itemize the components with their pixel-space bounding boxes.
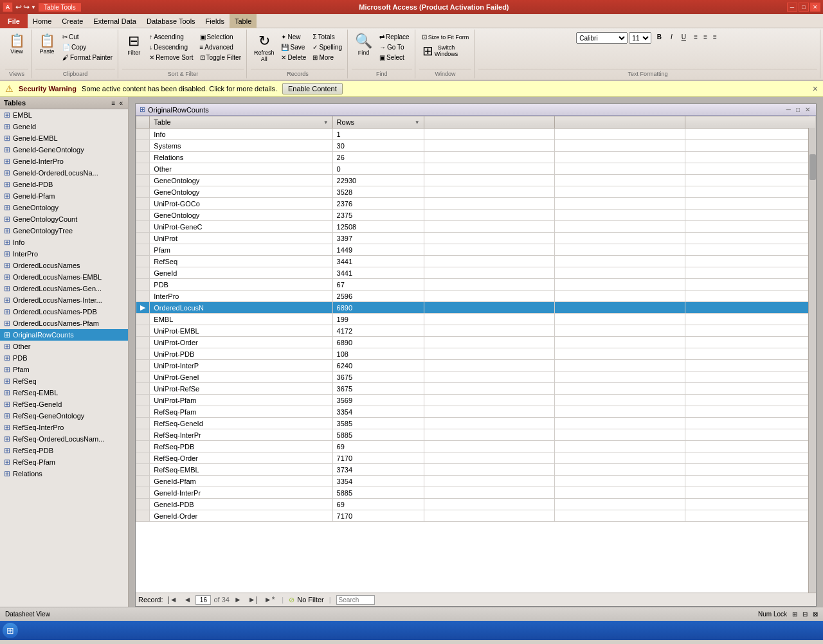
ascending-btn[interactable]: ↑ Ascending xyxy=(147,32,195,42)
sidebar-item-8[interactable]: ⊞GeneOntology xyxy=(0,202,128,213)
row-selector-6[interactable] xyxy=(136,198,150,210)
advanced-btn[interactable]: ≡ Advanced xyxy=(197,42,244,52)
table-row[interactable]: GeneId-Order 7170 xyxy=(136,510,816,522)
table-row[interactable]: UniProt-GeneI 3675 xyxy=(136,371,816,383)
table-row[interactable]: RefSeq-PDB 69 xyxy=(136,441,816,452)
vscroll-thumb[interactable] xyxy=(809,154,816,180)
sidebar-item-5[interactable]: ⊞GeneId-OrderedLocusNa... xyxy=(0,167,128,179)
sidebar-item-13[interactable]: ⊞OrderedLocusNames xyxy=(0,260,128,271)
dropdown-btn[interactable]: ▼ xyxy=(31,4,36,10)
row-selector-18[interactable] xyxy=(136,337,150,348)
table-row[interactable]: GeneId-Pfam 3354 xyxy=(136,476,816,487)
spelling-btn[interactable]: ✓ Spelling xyxy=(310,42,345,52)
sidebar-item-4[interactable]: ⊞GeneId-InterPro xyxy=(0,156,128,167)
table-menu[interactable]: Table xyxy=(230,14,257,28)
sidebar-item-18[interactable]: ⊞OrderedLocusNames-Pfam xyxy=(0,318,128,329)
row-selector-31[interactable] xyxy=(136,487,150,499)
row-selector-11[interactable] xyxy=(136,256,150,267)
table-row[interactable]: UniProt-GOCo 2376 xyxy=(136,198,816,210)
table-row[interactable]: PDB 67 xyxy=(136,279,816,291)
remove-sort-btn[interactable]: ✕ Remove Sort xyxy=(147,53,195,62)
row-selector-30[interactable] xyxy=(136,476,150,487)
sidebar-item-22[interactable]: ⊞Pfam xyxy=(0,364,128,375)
row-selector-0[interactable] xyxy=(136,129,150,140)
row-selector-12[interactable] xyxy=(136,267,150,279)
row-selector-3[interactable] xyxy=(136,163,150,175)
table-vscrollbar[interactable] xyxy=(808,116,816,593)
new-btn[interactable]: ✦ New xyxy=(278,32,309,42)
create-menu[interactable]: Create xyxy=(57,14,88,28)
sidebar-item-29[interactable]: ⊞RefSeq-PDB xyxy=(0,445,128,456)
replace-btn[interactable]: ⇄ Replace xyxy=(377,32,412,42)
row-selector-27[interactable] xyxy=(136,441,150,452)
sidebar-item-30[interactable]: ⊞RefSeq-Pfam xyxy=(0,456,128,468)
row-selector-1[interactable] xyxy=(136,140,150,152)
sidebar-item-9[interactable]: ⊞GeneOntologyCount xyxy=(0,213,128,225)
row-selector-15[interactable]: ▶ xyxy=(136,302,150,314)
fields-menu[interactable]: Fields xyxy=(201,14,230,28)
table-row[interactable]: Relations 26 xyxy=(136,152,816,163)
sidebar-item-2[interactable]: ⊞GeneId-EMBL xyxy=(0,132,128,144)
font-family-select[interactable]: Calibri xyxy=(576,32,628,44)
align-center-btn[interactable]: ≡ xyxy=(701,32,710,42)
prev-record-btn[interactable]: ◄ xyxy=(182,595,194,605)
enable-content-btn[interactable]: Enable Content xyxy=(282,83,343,94)
table-row[interactable]: Other 0 xyxy=(136,163,816,175)
sidebar-item-31[interactable]: ⊞Relations xyxy=(0,468,128,479)
sidebar-item-19[interactable]: ⊞OriginalRowCounts xyxy=(0,329,128,341)
table-row[interactable]: UniProt-RefSe 3675 xyxy=(136,383,816,395)
format-painter-btn[interactable]: 🖌 Format Painter xyxy=(60,53,115,62)
row-selector-10[interactable] xyxy=(136,244,150,256)
row-selector-7[interactable] xyxy=(136,210,150,221)
sidebar-item-20[interactable]: ⊞Other xyxy=(0,341,128,352)
descending-btn[interactable]: ↓ Descending xyxy=(147,42,195,52)
table-restore-btn[interactable]: □ xyxy=(794,106,802,113)
table-row[interactable]: UniProt-Order 6890 xyxy=(136,337,816,348)
table-row[interactable]: UniProt-EMBL 4172 xyxy=(136,325,816,337)
first-record-btn[interactable]: |◄ xyxy=(166,595,179,605)
view-icon-pivot[interactable]: ⊠ xyxy=(813,611,818,618)
select-btn[interactable]: ▣ Select xyxy=(377,53,412,62)
sidebar-item-21[interactable]: ⊞PDB xyxy=(0,352,128,364)
table-row[interactable]: RefSeq-GeneId 3585 xyxy=(136,418,816,429)
security-close-btn[interactable]: × xyxy=(813,84,818,94)
minimize-btn[interactable]: ─ xyxy=(787,3,797,12)
totals-btn[interactable]: Σ Totals xyxy=(310,32,345,42)
row-selector-28[interactable] xyxy=(136,452,150,464)
find-btn[interactable]: 🔍 Find xyxy=(352,32,375,58)
table-row[interactable]: UniProt-InterP 6240 xyxy=(136,360,816,371)
table-row[interactable]: Systems 30 xyxy=(136,140,816,152)
row-selector-33[interactable] xyxy=(136,510,150,522)
sidebar-item-25[interactable]: ⊞RefSeq-GeneId xyxy=(0,398,128,410)
sidebar-item-26[interactable]: ⊞RefSeq-GeneOntology xyxy=(0,410,128,422)
table-minimize-btn[interactable]: ─ xyxy=(784,106,793,113)
row-selector-14[interactable] xyxy=(136,291,150,302)
sidebar-item-23[interactable]: ⊞RefSeq xyxy=(0,375,128,387)
redo-btn[interactable]: ↪ xyxy=(23,3,30,12)
table-row[interactable]: RefSeq-EMBL 3734 xyxy=(136,464,816,476)
sidebar-item-15[interactable]: ⊞OrderedLocusNames-Gen... xyxy=(0,283,128,294)
table-row[interactable]: RefSeq-Order 7170 xyxy=(136,452,816,464)
last-record-btn[interactable]: ►| xyxy=(246,595,260,605)
table-close-btn[interactable]: ✕ xyxy=(803,106,812,113)
table-row[interactable]: UniProt 3397 xyxy=(136,233,816,244)
row-selector-4[interactable] xyxy=(136,175,150,186)
sidebar-item-24[interactable]: ⊞RefSeq-EMBL xyxy=(0,387,128,398)
sidebar-item-17[interactable]: ⊞OrderedLocusNames-PDB xyxy=(0,306,128,318)
row-selector-8[interactable] xyxy=(136,221,150,233)
rows-col-header[interactable]: Rows ▼ xyxy=(332,116,424,129)
row-selector-16[interactable] xyxy=(136,314,150,325)
table-row[interactable]: UniProt-GeneC 12508 xyxy=(136,221,816,233)
close-btn[interactable]: ✕ xyxy=(810,3,820,12)
table-row[interactable]: ▶ OrderedLocusN 6890 xyxy=(136,302,816,314)
switch-windows-btn[interactable]: ⊞ SwitchWindows xyxy=(419,42,472,59)
row-selector-22[interactable] xyxy=(136,383,150,395)
align-left-btn[interactable]: ≡ xyxy=(691,32,700,42)
row-selector-23[interactable] xyxy=(136,395,150,406)
table-row[interactable]: RefSeq-InterPr 5885 xyxy=(136,429,816,441)
table-row[interactable]: UniProt-PDB 108 xyxy=(136,348,816,360)
bold-btn[interactable]: B xyxy=(653,32,665,42)
sidebar-item-28[interactable]: ⊞RefSeq-OrderedLocusNam... xyxy=(0,433,128,445)
row-selector-32[interactable] xyxy=(136,499,150,510)
sidebar-item-10[interactable]: ⊞GeneOntologyTree xyxy=(0,225,128,237)
